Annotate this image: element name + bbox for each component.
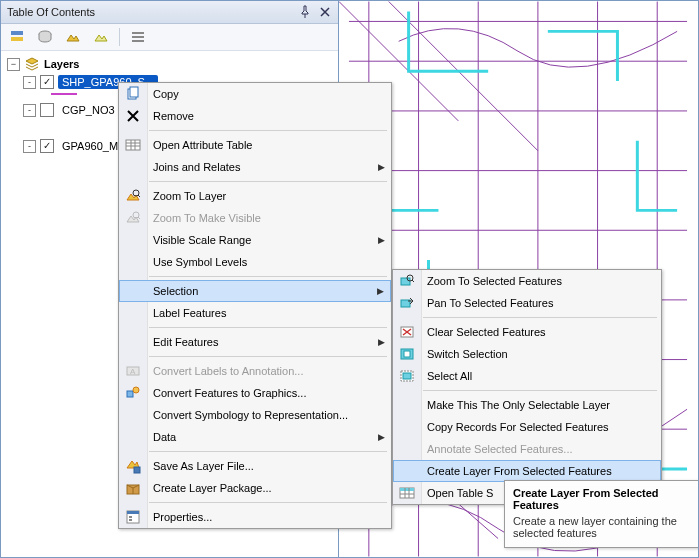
menu-item[interactable]: Zoom To Layer bbox=[119, 185, 391, 207]
menu-item-label: Selection bbox=[153, 285, 198, 297]
svg-text:A: A bbox=[130, 367, 136, 376]
list-by-visibility-icon[interactable] bbox=[61, 25, 85, 49]
svg-rect-28 bbox=[403, 373, 411, 379]
menu-separator bbox=[423, 317, 657, 318]
pan-sel-icon bbox=[398, 294, 416, 312]
menu-item[interactable]: Data▶ bbox=[119, 426, 391, 448]
expand-toggle[interactable]: - bbox=[23, 76, 36, 89]
menu-item[interactable]: Copy bbox=[119, 83, 391, 105]
layer-name-label[interactable]: CGP_NO3 bbox=[58, 103, 119, 117]
zoom-visible-icon bbox=[124, 209, 142, 227]
menu-item[interactable]: Properties... bbox=[119, 506, 391, 528]
menu-item[interactable]: Label Features bbox=[119, 302, 391, 324]
blank-icon bbox=[124, 231, 142, 249]
menu-item[interactable]: Convert Features to Graphics... bbox=[119, 382, 391, 404]
menu-item[interactable]: Open Attribute Table bbox=[119, 134, 391, 156]
toolbar-sep bbox=[119, 28, 120, 46]
menu-item[interactable]: Pan To Selected Features bbox=[393, 292, 661, 314]
open-table-icon bbox=[398, 484, 416, 502]
menu-item-label: Save As Layer File... bbox=[153, 460, 254, 472]
layer-visibility-checkbox[interactable] bbox=[40, 139, 54, 153]
menu-item[interactable]: Selection▶ bbox=[119, 280, 391, 302]
copy-icon bbox=[124, 85, 142, 103]
menu-item-label: Convert Features to Graphics... bbox=[153, 387, 306, 399]
menu-item[interactable]: Use Symbol Levels bbox=[119, 251, 391, 273]
menu-item-label: Pan To Selected Features bbox=[427, 297, 553, 309]
menu-separator bbox=[149, 502, 387, 503]
selection-submenu[interactable]: Zoom To Selected FeaturesPan To Selected… bbox=[392, 269, 662, 505]
menu-item[interactable]: Make This The Only Selectable Layer bbox=[393, 394, 661, 416]
menu-item-label: Joins and Relates bbox=[153, 161, 240, 173]
menu-item-label: Select All bbox=[427, 370, 472, 382]
menu-item[interactable]: Save As Layer File... bbox=[119, 455, 391, 477]
convert-labels-icon: A bbox=[124, 362, 142, 380]
menu-item[interactable]: Zoom To Selected Features bbox=[393, 270, 661, 292]
svg-rect-19 bbox=[129, 516, 132, 518]
layer-name-label[interactable]: GPA960_M bbox=[58, 139, 122, 153]
layer-visibility-checkbox[interactable] bbox=[40, 103, 54, 117]
menu-item[interactable]: Remove bbox=[119, 105, 391, 127]
tree-root-row[interactable]: − Layers bbox=[3, 55, 336, 73]
menu-item[interactable]: Create Layer From Selected Features bbox=[393, 460, 661, 482]
menu-item-label: Use Symbol Levels bbox=[153, 256, 247, 268]
list-by-source-icon[interactable] bbox=[33, 25, 57, 49]
tooltip-title: Create Layer From Selected Features bbox=[513, 487, 693, 511]
menu-item-label: Create Layer From Selected Features bbox=[427, 465, 612, 477]
expand-toggle[interactable]: - bbox=[23, 104, 36, 117]
submenu-arrow-icon: ▶ bbox=[377, 286, 384, 296]
svg-rect-0 bbox=[11, 31, 23, 35]
submenu-arrow-icon: ▶ bbox=[378, 162, 385, 172]
toc-title-text: Table Of Contents bbox=[7, 1, 95, 23]
svg-rect-5 bbox=[132, 40, 144, 42]
list-by-selection-icon[interactable] bbox=[89, 25, 113, 49]
submenu-arrow-icon: ▶ bbox=[378, 337, 385, 347]
convert-graphics-icon bbox=[124, 384, 142, 402]
menu-item[interactable]: Copy Records For Selected Features bbox=[393, 416, 661, 438]
svg-rect-26 bbox=[404, 351, 410, 357]
menu-item-label: Remove bbox=[153, 110, 194, 122]
submenu-arrow-icon: ▶ bbox=[378, 235, 385, 245]
layer-package-icon bbox=[124, 479, 142, 497]
blank-icon bbox=[124, 253, 142, 271]
menu-separator bbox=[149, 356, 387, 357]
toc-toolbar bbox=[1, 24, 338, 51]
options-icon[interactable] bbox=[126, 25, 150, 49]
menu-item-label: Copy Records For Selected Features bbox=[427, 421, 609, 433]
layers-root-icon bbox=[24, 56, 40, 72]
svg-rect-15 bbox=[134, 467, 140, 473]
list-by-drawing-order-icon[interactable] bbox=[5, 25, 29, 49]
menu-separator bbox=[149, 327, 387, 328]
menu-item[interactable]: Convert Symbology to Representation... bbox=[119, 404, 391, 426]
menu-item[interactable]: Edit Features▶ bbox=[119, 331, 391, 353]
menu-item: Annotate Selected Features... bbox=[393, 438, 661, 460]
tooltip: Create Layer From Selected Features Crea… bbox=[504, 480, 699, 548]
menu-item-label: Open Table S bbox=[427, 487, 493, 499]
menu-item[interactable]: Clear Selected Features bbox=[393, 321, 661, 343]
toc-titlebar[interactable]: Table Of Contents bbox=[1, 1, 338, 24]
menu-item[interactable]: Joins and Relates▶ bbox=[119, 156, 391, 178]
blank-icon bbox=[398, 440, 416, 458]
zoom-layer-icon bbox=[124, 187, 142, 205]
menu-item[interactable]: Switch Selection bbox=[393, 343, 661, 365]
expand-toggle[interactable]: - bbox=[23, 140, 36, 153]
pin-icon[interactable] bbox=[298, 5, 312, 19]
menu-item[interactable]: Visible Scale Range▶ bbox=[119, 229, 391, 251]
zoom-sel-icon bbox=[398, 272, 416, 290]
close-icon[interactable] bbox=[318, 5, 332, 19]
layer-visibility-checkbox[interactable] bbox=[40, 75, 54, 89]
save-layer-icon bbox=[124, 457, 142, 475]
menu-item[interactable]: Create Layer Package... bbox=[119, 477, 391, 499]
menu-item-label: Create Layer Package... bbox=[153, 482, 272, 494]
remove-icon bbox=[124, 107, 142, 125]
layer-symbol-swatch[interactable] bbox=[51, 93, 77, 95]
blank-icon bbox=[125, 283, 143, 301]
blank-icon bbox=[399, 463, 417, 481]
svg-point-14 bbox=[133, 387, 139, 393]
menu-item-label: Label Features bbox=[153, 307, 226, 319]
blank-icon bbox=[124, 428, 142, 446]
layer-context-menu[interactable]: CopyRemoveOpen Attribute TableJoins and … bbox=[118, 82, 392, 529]
menu-separator bbox=[149, 181, 387, 182]
svg-rect-4 bbox=[132, 36, 144, 38]
expand-toggle[interactable]: − bbox=[7, 58, 20, 71]
menu-item[interactable]: Select All bbox=[393, 365, 661, 387]
